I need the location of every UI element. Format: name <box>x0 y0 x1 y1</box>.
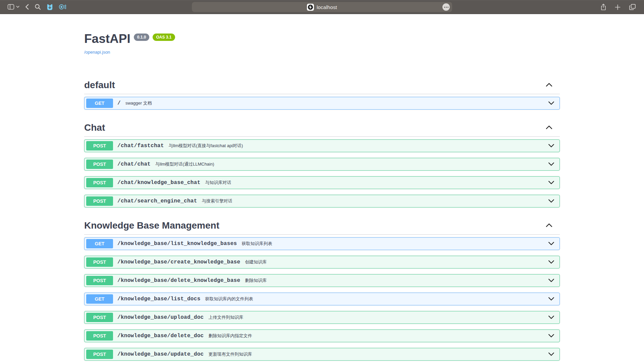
chevron-down-icon[interactable] <box>548 144 554 147</box>
endpoint-row[interactable]: POST /chat/knowledge_base_chat 与知识库对话 <box>84 176 560 189</box>
method-badge: POST <box>86 313 113 322</box>
endpoint-path: /chat/search_engine_chat <box>117 198 197 204</box>
sidebar-chevron-down-icon[interactable] <box>16 6 19 8</box>
chevron-down-icon[interactable] <box>548 297 554 301</box>
chevron-down-icon[interactable] <box>548 260 554 264</box>
endpoint-row[interactable]: POST /chat/chat 与llm模型对话(通过LLMChain) <box>84 158 560 171</box>
tag-section: Knowledge Base Management GET /knowledge… <box>84 214 560 362</box>
endpoint-description: 获取知识库列表 <box>241 241 272 247</box>
page-title: FastAPI <box>84 32 130 46</box>
tag-header[interactable]: default <box>84 77 560 94</box>
opblock-list: POST /chat/fastchat 与llm模型对话(直接与fastchat… <box>84 137 560 207</box>
endpoint-description: 更新现有文件到知识库 <box>208 351 252 357</box>
endpoint-path: /chat/chat <box>117 161 151 167</box>
browser-toolbar: localhost <box>0 0 644 14</box>
chevron-down-icon[interactable] <box>548 242 554 245</box>
chevron-down-icon[interactable] <box>548 199 554 203</box>
chevron-down-icon[interactable] <box>548 279 554 282</box>
tag-title: Knowledge Base Management <box>84 220 219 231</box>
method-badge: POST <box>86 350 113 359</box>
tag-header[interactable]: Chat <box>84 120 560 137</box>
url-text: localhost <box>317 4 337 10</box>
share-icon[interactable] <box>600 3 606 11</box>
endpoint-row[interactable]: GET /knowledge_base/list_knowledge_bases… <box>84 237 560 250</box>
endpoint-row[interactable]: POST /chat/fastchat 与llm模型对话(直接与fastchat… <box>84 139 560 152</box>
endpoint-path: /knowledge_base/update_doc <box>117 351 204 357</box>
method-badge: POST <box>86 178 113 187</box>
chevron-up-icon[interactable] <box>546 223 552 229</box>
bookmark-extension-icon[interactable] <box>46 4 53 10</box>
oas-badge: OAS 3.1 <box>153 34 175 41</box>
swagger-page: FastAPI 0.1.0 OAS 3.1 /openapi.json defa… <box>0 14 644 362</box>
endpoint-row[interactable]: POST /knowledge_base/create_knowledge_ba… <box>84 256 560 268</box>
endpoint-description: 删除知识库内指定文件 <box>208 333 252 339</box>
method-badge: POST <box>86 196 113 206</box>
tag-section: default GET / swagger 文档 <box>84 74 560 110</box>
opblock-list: GET /knowledge_base/list_knowledge_bases… <box>84 235 560 362</box>
endpoint-description: 创建知识库 <box>245 259 267 265</box>
endpoint-path: /knowledge_base/delete_knowledge_base <box>117 278 240 284</box>
chevron-down-icon[interactable] <box>548 315 554 319</box>
endpoint-description: 与llm模型对话(直接与fastchat api对话) <box>169 143 243 149</box>
chevron-down-icon[interactable] <box>548 352 554 356</box>
address-bar[interactable]: localhost <box>192 2 452 12</box>
endpoint-path: /chat/knowledge_base_chat <box>117 180 201 186</box>
endpoint-description: swagger 文档 <box>125 100 152 106</box>
endpoint-row[interactable]: POST /knowledge_base/update_doc 更新现有文件到知… <box>84 348 560 361</box>
chevron-up-icon[interactable] <box>546 82 552 88</box>
endpoint-path: /knowledge_base/upload_doc <box>117 314 204 320</box>
method-badge: GET <box>86 294 113 304</box>
endpoint-description: 上传文件到知识库 <box>208 314 243 320</box>
endpoint-path: /knowledge_base/list_docs <box>117 296 201 302</box>
tag-header[interactable]: Knowledge Base Management <box>84 218 560 235</box>
endpoint-description: 与llm模型对话(通过LLMChain) <box>155 161 214 167</box>
fastapi-favicon <box>307 4 314 11</box>
endpoint-description: 与搜索引擎对话 <box>202 198 232 204</box>
tab-overview-icon[interactable] <box>629 4 636 10</box>
method-badge: POST <box>86 257 113 267</box>
endpoint-path: /chat/fastchat <box>117 143 164 149</box>
endpoint-row[interactable]: POST /knowledge_base/delete_knowledge_ba… <box>84 274 560 287</box>
endpoint-path: / <box>117 100 121 106</box>
endpoint-row[interactable]: POST /knowledge_base/upload_doc 上传文件到知识库 <box>84 311 560 324</box>
back-button[interactable] <box>25 4 29 10</box>
version-badge: 0.1.0 <box>134 34 150 41</box>
method-badge: GET <box>86 99 113 108</box>
method-badge: POST <box>86 160 113 169</box>
method-badge: POST <box>86 141 113 150</box>
endpoint-path: /knowledge_base/delete_doc <box>117 333 204 339</box>
chevron-down-icon[interactable] <box>548 334 554 338</box>
method-badge: GET <box>86 239 113 248</box>
endpoint-row[interactable]: POST /knowledge_base/delete_doc 删除知识库内指定… <box>84 329 560 342</box>
search-icon[interactable] <box>35 4 41 10</box>
endpoint-row[interactable]: GET /knowledge_base/list_docs 获取知识库内的文件列… <box>84 293 560 305</box>
page-settings-icon[interactable] <box>442 3 450 11</box>
endpoint-description: 与知识库对话 <box>205 180 231 186</box>
chevron-down-icon[interactable] <box>548 162 554 166</box>
endpoint-row[interactable]: GET / swagger 文档 <box>84 97 560 110</box>
api-info: FastAPI 0.1.0 OAS 3.1 /openapi.json <box>84 32 560 55</box>
endpoint-row[interactable]: POST /chat/search_engine_chat 与搜索引擎对话 <box>84 195 560 207</box>
chevron-down-icon[interactable] <box>548 101 554 105</box>
openapi-spec-link[interactable]: /openapi.json <box>84 50 110 55</box>
endpoint-description: 获取知识库内的文件列表 <box>205 296 253 302</box>
reader-extension-icon[interactable] <box>59 4 66 10</box>
chevron-down-icon[interactable] <box>548 181 554 184</box>
endpoint-path: /knowledge_base/create_knowledge_base <box>117 259 240 265</box>
sidebar-toggle-button[interactable] <box>7 4 14 10</box>
tag-title: Chat <box>84 122 105 133</box>
tag-section: Chat POST /chat/fastchat 与llm模型对话(直接与fas… <box>84 116 560 207</box>
method-badge: POST <box>86 331 113 341</box>
method-badge: POST <box>86 276 113 285</box>
new-tab-icon[interactable] <box>614 4 621 10</box>
endpoint-path: /knowledge_base/list_knowledge_bases <box>117 241 237 247</box>
endpoint-description: 删除知识库 <box>245 278 267 284</box>
api-sections: default GET / swagger 文档 Chat <box>84 74 560 362</box>
opblock-list: GET / swagger 文档 <box>84 94 560 110</box>
chevron-up-icon[interactable] <box>546 125 552 131</box>
tag-title: default <box>84 80 115 90</box>
